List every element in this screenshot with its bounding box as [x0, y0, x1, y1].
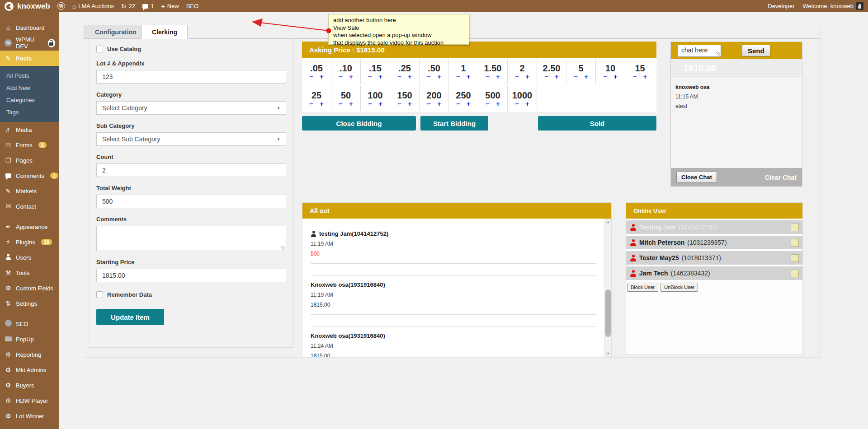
account-menu[interactable]: Welcome, knoxweb — [803, 2, 863, 10]
decrement-button[interactable]: − — [515, 73, 519, 80]
sidebar-item-tags[interactable]: Tags — [0, 106, 59, 118]
sidebar-item-comments[interactable]: Comments 1 — [0, 168, 59, 183]
weight-input[interactable]: 500 — [96, 195, 286, 208]
comments-textarea[interactable] — [96, 226, 286, 251]
comments-indicator[interactable]: 1 — [142, 3, 154, 9]
decrement-button[interactable]: − — [427, 73, 431, 80]
sidebar-item-seo[interactable]: SEO — [0, 316, 59, 331]
sidebar-item-tools[interactable]: ⚒ Tools — [0, 265, 59, 280]
decrement-button[interactable]: − — [515, 100, 519, 107]
decrement-button[interactable]: − — [633, 73, 637, 80]
increment-button[interactable]: + — [437, 100, 441, 107]
sidebar-item-mkt-admins[interactable]: ⚙ Mkt Admins — [0, 362, 59, 378]
sidebar-item-contact[interactable]: ✉ Contact — [0, 199, 59, 214]
updates-indicator[interactable]: ↻ 22 — [121, 3, 135, 9]
sidebar-item-categories[interactable]: Categories — [0, 94, 59, 106]
chat-input[interactable]: chat here — [677, 45, 721, 57]
sidebar-item-lot-winner[interactable]: ⚙ Lot Winner — [0, 408, 59, 424]
block-user-button[interactable]: Block User — [627, 283, 658, 292]
sidebar-item-buyers[interactable]: ⚙ Buyers — [0, 378, 59, 393]
use-catalog-checkbox[interactable] — [96, 46, 103, 52]
increment-button[interactable]: + — [555, 73, 559, 80]
increment-button[interactable]: + — [525, 73, 529, 80]
increment-button[interactable]: + — [496, 73, 500, 80]
site-brand[interactable]: knoxweb — [5, 2, 50, 11]
increment-button[interactable]: + — [349, 100, 353, 107]
decrement-button[interactable]: − — [486, 100, 490, 107]
increment-button[interactable]: + — [408, 73, 412, 80]
decrement-button[interactable]: − — [486, 73, 490, 80]
start-bidding-button[interactable]: Start Bidding — [420, 116, 488, 131]
developer-link[interactable]: Developer — [768, 3, 794, 9]
scroll-down-icon[interactable]: ▼ — [605, 350, 611, 357]
decrement-button[interactable]: − — [368, 100, 372, 107]
increment-button[interactable]: + — [378, 100, 382, 107]
sidebar-item-posts[interactable]: ✎ Posts — [0, 51, 59, 66]
decrement-button[interactable]: − — [456, 100, 460, 107]
increment-button[interactable]: + — [320, 100, 324, 107]
sidebar-item-media[interactable]: ♬ Media — [0, 122, 59, 137]
sidebar-item-plugins[interactable]: ⚡ Plugins 19 — [0, 234, 59, 250]
decrement-button[interactable]: − — [427, 100, 431, 107]
tab-configuration[interactable]: Configuration — [85, 25, 147, 39]
new-content-menu[interactable]: + New — [161, 3, 179, 9]
lot-input[interactable]: 123 — [96, 70, 286, 84]
decrement-button[interactable]: − — [603, 73, 607, 80]
remember-data-checkbox[interactable] — [96, 291, 103, 298]
scroll-up-icon[interactable]: ▲ — [605, 219, 611, 225]
online-user-row[interactable]: Mitch Peterson (1031239357) — [626, 236, 802, 249]
subcategory-select[interactable]: Select Sub Category ▼ — [96, 132, 286, 146]
sold-button[interactable]: Sold — [538, 116, 656, 131]
sidebar-item-reporting[interactable]: ⚙ Reporting — [0, 347, 59, 362]
sidebar-item-custom-fields[interactable]: ⚙ Custom Fields — [0, 280, 59, 296]
online-user-row[interactable]: Testing Jam (1041412752) — [626, 220, 802, 234]
scrollbar-thumb[interactable] — [605, 289, 611, 337]
sidebar-item-pages[interactable]: ❐ Pages — [0, 153, 59, 168]
sidebar-item-wpmu-dev[interactable]: M WPMU DEV — [0, 35, 59, 51]
update-item-button[interactable]: Update Item — [96, 309, 164, 325]
increment-button[interactable]: + — [467, 73, 471, 80]
increment-button[interactable]: + — [437, 73, 441, 80]
sidebar-item-add-new[interactable]: Add New — [0, 82, 59, 94]
decrement-button[interactable]: − — [309, 100, 313, 107]
increment-button[interactable]: + — [408, 100, 412, 107]
decrement-button[interactable]: − — [397, 100, 401, 107]
increment-button[interactable]: + — [525, 100, 529, 107]
increment-button[interactable]: + — [349, 73, 353, 80]
wordpress-menu[interactable]: W — [57, 2, 65, 10]
site-link[interactable]: ⌂ LMA Auctions — [72, 3, 114, 9]
increment-button[interactable]: + — [467, 100, 471, 107]
sidebar-item-dashboard[interactable]: ⌂ Dashboard — [0, 20, 59, 35]
increment-button[interactable]: + — [643, 73, 647, 80]
sidebar-item-forms[interactable]: ▤ Forms 1 — [0, 137, 59, 153]
decrement-button[interactable]: − — [339, 100, 343, 107]
increment-button[interactable]: + — [320, 73, 324, 80]
decrement-button[interactable]: − — [544, 73, 548, 80]
scrollbar[interactable]: ▲ ▼ — [604, 219, 611, 357]
unblock-user-button[interactable]: UnBlock User — [660, 283, 698, 292]
online-user-row[interactable]: Tester May25 (1018013371) — [626, 251, 802, 265]
sidebar-item-hdw-player[interactable]: ⚙ HDW Player — [0, 393, 59, 408]
sidebar-item-settings[interactable]: ⇅ Settings — [0, 296, 59, 311]
clear-chat-button[interactable]: Clear Chat — [765, 174, 797, 181]
increment-button[interactable]: + — [496, 100, 500, 107]
sidebar-item-all-posts[interactable]: All Posts — [0, 70, 59, 82]
decrement-button[interactable]: − — [574, 73, 578, 80]
close-chat-button[interactable]: Close Chat — [676, 172, 717, 183]
price-input[interactable]: 1815.00 — [96, 269, 286, 282]
increment-button[interactable]: + — [613, 73, 618, 80]
sidebar-item-users[interactable]: Users — [0, 250, 59, 265]
user-checkbox[interactable] — [791, 270, 799, 277]
decrement-button[interactable]: − — [368, 73, 372, 80]
decrement-button[interactable]: − — [339, 73, 343, 80]
increment-button[interactable]: + — [584, 73, 588, 80]
sidebar-item-appearance[interactable]: ✒ Appearance — [0, 219, 59, 234]
seo-menu[interactable]: SEO — [186, 3, 198, 9]
close-bidding-button[interactable]: Close Bidding — [302, 116, 416, 131]
decrement-button[interactable]: − — [456, 73, 460, 80]
send-button[interactable]: Send — [742, 45, 770, 56]
sidebar-item-markets[interactable]: ✎ Markets — [0, 183, 59, 199]
decrement-button[interactable]: − — [397, 73, 401, 80]
user-checkbox[interactable] — [791, 254, 799, 262]
sidebar-item-popup[interactable]: PopUp — [0, 331, 59, 347]
